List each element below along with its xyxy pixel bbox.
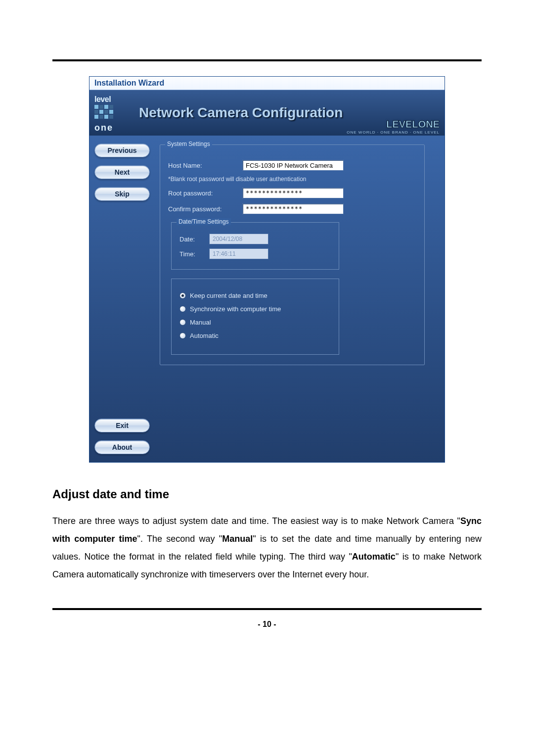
datetime-options: Keep current date and time Synchronize w… [171, 279, 339, 355]
text: There are three ways to adjust system da… [52, 516, 460, 526]
logo-word-top: level [94, 95, 111, 104]
option-manual[interactable]: Manual [179, 319, 331, 326]
system-settings-legend: System Settings [165, 141, 212, 147]
host-name-row: Host Name: [168, 160, 416, 171]
radio-icon [179, 306, 186, 312]
option-automatic[interactable]: Automatic [179, 332, 331, 339]
root-password-input[interactable] [242, 188, 344, 198]
radio-icon [179, 292, 186, 299]
sidebar: Previous Next Skip Exit About [89, 136, 155, 462]
levelone-logo: level one [93, 95, 129, 131]
workspace: Previous Next Skip Exit About System Set… [89, 136, 445, 462]
option-label: Manual [190, 319, 211, 326]
bottom-rule [52, 608, 482, 610]
host-name-label: Host Name: [168, 162, 242, 169]
page-number: - 10 - [52, 620, 482, 629]
exit-button[interactable]: Exit [94, 419, 150, 432]
top-rule [52, 59, 482, 61]
logo-word-bottom: one [94, 123, 113, 133]
system-settings-group: System Settings Host Name: *Blank root p… [160, 144, 425, 365]
brand-right: LEVELONE ONE WORLD · ONE BRAND · ONE LEV… [347, 119, 440, 135]
time-row: Time: [179, 248, 331, 259]
password-hint: *Blank root password will disable user a… [168, 176, 416, 183]
datetime-group: Date/Time Settings Date: Time: [171, 222, 339, 270]
confirm-password-row: Confirm password: [168, 203, 416, 214]
host-name-input[interactable] [242, 160, 344, 171]
brand-name: LEVELONE [386, 119, 440, 130]
time-label: Time: [179, 250, 209, 258]
option-label: Synchronize with computer time [190, 305, 281, 313]
logo-squares-icon [94, 105, 113, 119]
date-row: Date: [179, 234, 331, 244]
radio-icon [179, 319, 186, 326]
text-bold: Automatic [352, 552, 396, 562]
previous-button[interactable]: Previous [94, 143, 150, 157]
option-label: Keep current date and time [190, 292, 267, 299]
time-input [209, 248, 268, 259]
header-band: level one Network Camera Configuration L… [89, 90, 445, 136]
confirm-password-input[interactable] [242, 203, 344, 214]
main-area: System Settings Host Name: *Blank root p… [155, 136, 445, 462]
brand-tagline: ONE WORLD · ONE BRAND · ONE LEVEL [347, 130, 440, 135]
text-bold: Manual [222, 534, 253, 544]
skip-button[interactable]: Skip [94, 187, 150, 201]
root-password-label: Root password: [168, 189, 242, 197]
next-button[interactable]: Next [94, 165, 150, 179]
confirm-password-label: Confirm password: [168, 205, 242, 213]
radio-icon [179, 332, 186, 339]
datetime-legend: Date/Time Settings [177, 218, 231, 225]
root-password-row: Root password: [168, 188, 416, 198]
page: Installation Wizard level one Network Ca… [52, 59, 482, 629]
about-button[interactable]: About [94, 440, 150, 454]
installer-window: Installation Wizard level one Network Ca… [89, 76, 445, 463]
option-sync-computer[interactable]: Synchronize with computer time [179, 305, 331, 313]
window-titlebar: Installation Wizard [89, 77, 445, 90]
date-input [209, 234, 268, 244]
section-heading: Adjust date and time [52, 487, 482, 501]
header-title: Network Camera Configuration [139, 105, 343, 121]
date-label: Date: [179, 236, 209, 243]
option-label: Automatic [190, 332, 219, 339]
option-keep-current[interactable]: Keep current date and time [179, 292, 331, 299]
text: ". The second way " [137, 534, 222, 544]
section-paragraph: There are three ways to adjust system da… [52, 512, 482, 583]
